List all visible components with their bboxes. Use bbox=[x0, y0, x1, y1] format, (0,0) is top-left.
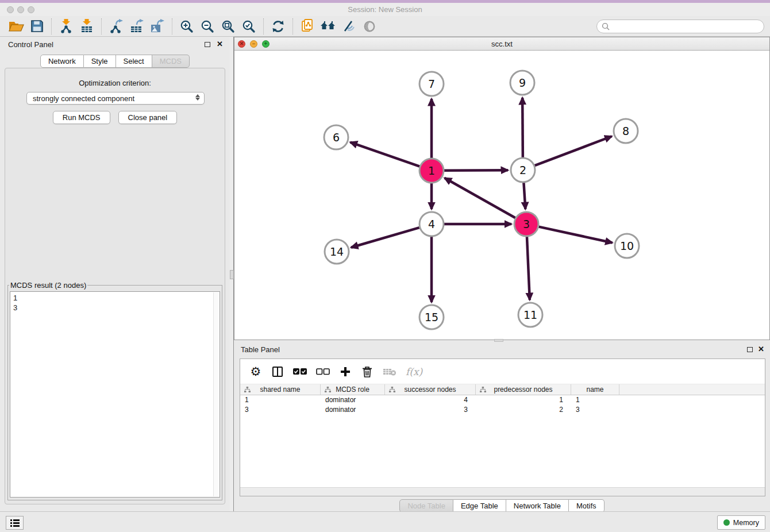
export-network-button[interactable] bbox=[106, 17, 126, 36]
show-graphics-details-button[interactable] bbox=[359, 17, 380, 36]
graph-edge-1-2[interactable] bbox=[444, 170, 508, 171]
delete-column-button[interactable] bbox=[361, 365, 374, 379]
close-panel-icon[interactable]: ✕ bbox=[217, 40, 223, 48]
mcds-result-textarea[interactable]: 13 bbox=[10, 291, 220, 498]
import-network-button[interactable] bbox=[56, 17, 76, 36]
table-row[interactable]: 3dominator323 bbox=[240, 405, 765, 415]
toolbar-separator bbox=[292, 18, 293, 34]
add-column-button[interactable] bbox=[339, 365, 352, 379]
toolbar-separator bbox=[101, 18, 102, 34]
column-header-name[interactable]: name bbox=[571, 384, 619, 395]
tab-style[interactable]: Style bbox=[84, 55, 116, 68]
zoom-fit-button[interactable] bbox=[218, 17, 238, 36]
graph-node-7[interactable]: 7 bbox=[419, 72, 444, 96]
graph-node-9[interactable]: 9 bbox=[510, 71, 534, 95]
import-table-icon bbox=[80, 19, 94, 33]
search-icon bbox=[602, 22, 610, 30]
float-panel-icon[interactable] bbox=[747, 347, 753, 352]
panel-splitter[interactable] bbox=[230, 37, 234, 511]
column-header-shared_name[interactable]: shared name bbox=[240, 384, 321, 395]
graph-node-3[interactable]: 3 bbox=[514, 212, 538, 236]
zoom-in-button[interactable] bbox=[176, 17, 197, 36]
cell-name[interactable]: 1 bbox=[571, 395, 619, 405]
cell-predecessor_nodes[interactable]: 1 bbox=[476, 395, 571, 405]
function-builder-button[interactable]: f(x) bbox=[406, 365, 422, 379]
graph-node-14[interactable]: 14 bbox=[325, 240, 349, 264]
cell-mcds_role[interactable]: dominator bbox=[321, 405, 385, 415]
splitter-grip[interactable] bbox=[230, 270, 234, 279]
cell-successor_nodes[interactable]: 4 bbox=[385, 395, 476, 405]
clone-network-button[interactable] bbox=[297, 17, 318, 36]
cell-predecessor_nodes[interactable]: 2 bbox=[476, 405, 571, 415]
split-panel-icon bbox=[272, 367, 283, 377]
zoom-in-icon bbox=[180, 20, 194, 33]
column-header-mcds_role[interactable]: MCDS role bbox=[321, 384, 385, 395]
network-overview-button[interactable] bbox=[318, 17, 338, 36]
graph-node-2[interactable]: 2 bbox=[511, 158, 535, 182]
run-mcds-button[interactable]: Run MCDS bbox=[53, 111, 110, 124]
column-header-successor_nodes[interactable]: successor nodes bbox=[385, 384, 476, 395]
open-session-button[interactable] bbox=[6, 17, 26, 36]
save-session-button[interactable] bbox=[26, 17, 47, 36]
network-frame-titlebar[interactable]: ✕ − + scc.txt bbox=[234, 37, 769, 51]
search-input[interactable] bbox=[613, 22, 759, 30]
graph-edge-4-14[interactable] bbox=[351, 228, 419, 248]
memory-button[interactable]: Memory bbox=[717, 515, 765, 530]
export-table-button[interactable] bbox=[126, 17, 147, 36]
tab-node-table[interactable]: Node Table bbox=[399, 499, 453, 512]
graph-edge-3-10[interactable] bbox=[538, 227, 612, 243]
close-panel-button[interactable]: Close panel bbox=[118, 111, 178, 124]
split-panel-button[interactable] bbox=[271, 365, 284, 379]
tab-edge-table[interactable]: Edge Table bbox=[453, 499, 506, 512]
select-all-rows-button[interactable] bbox=[293, 365, 307, 379]
task-history-button[interactable] bbox=[6, 516, 24, 530]
table-scrollbar[interactable] bbox=[240, 487, 765, 496]
table-row[interactable]: 1dominator411 bbox=[240, 395, 765, 405]
cell-shared_name[interactable]: 1 bbox=[240, 395, 321, 405]
network-canvas[interactable]: 7968124314101511 bbox=[234, 51, 769, 340]
zoom-selected-button[interactable] bbox=[238, 17, 259, 36]
graph-node-6[interactable]: 6 bbox=[324, 125, 348, 149]
tab-network-table[interactable]: Network Table bbox=[506, 499, 569, 512]
export-image-button[interactable] bbox=[147, 17, 168, 36]
cell-name[interactable]: 3 bbox=[571, 405, 619, 415]
graph-node-1[interactable]: 1 bbox=[419, 159, 444, 183]
graph-edge-1-6[interactable] bbox=[351, 142, 420, 167]
graph-edge-2-3[interactable] bbox=[523, 183, 525, 209]
cell-shared_name[interactable]: 3 bbox=[240, 405, 321, 415]
delete-table-button[interactable] bbox=[383, 365, 396, 379]
tab-mcds[interactable]: MCDS bbox=[152, 55, 190, 68]
column-header-filler bbox=[619, 384, 765, 395]
graph-edge-3-1[interactable] bbox=[445, 178, 515, 218]
graph-node-4[interactable]: 4 bbox=[419, 212, 444, 236]
cell-successor_nodes[interactable]: 3 bbox=[385, 405, 476, 415]
node-label: 1 bbox=[428, 164, 435, 177]
close-panel-icon[interactable]: ✕ bbox=[758, 345, 764, 353]
column-header-predecessor_nodes[interactable]: predecessor nodes bbox=[476, 384, 571, 395]
table-panel-title: Table Panel bbox=[241, 345, 280, 354]
column-header-label: predecessor nodes bbox=[494, 385, 552, 394]
tab-network[interactable]: Network bbox=[40, 55, 84, 68]
graph-edge-2-8[interactable] bbox=[535, 136, 612, 165]
graph-edge-2-9[interactable] bbox=[522, 98, 523, 157]
search-field[interactable] bbox=[596, 20, 764, 33]
float-panel-icon[interactable] bbox=[205, 42, 210, 47]
column-settings-button[interactable]: ⚙ bbox=[249, 365, 262, 379]
cell-mcds_role[interactable]: dominator bbox=[321, 395, 385, 405]
graph-edge-3-11[interactable] bbox=[527, 237, 530, 300]
result-scrollbar[interactable] bbox=[213, 292, 219, 496]
zoom-out-button[interactable] bbox=[197, 17, 218, 36]
apply-layout-button[interactable] bbox=[268, 17, 288, 36]
criterion-select[interactable]: strongly connected component bbox=[26, 92, 205, 105]
node-label: 2 bbox=[519, 164, 526, 176]
tab-motifs[interactable]: Motifs bbox=[569, 499, 605, 512]
graph-node-11[interactable]: 11 bbox=[518, 303, 542, 327]
toolbar-separator bbox=[172, 18, 172, 34]
graph-node-8[interactable]: 8 bbox=[614, 119, 638, 143]
deselect-all-rows-button[interactable] bbox=[316, 365, 330, 379]
graph-node-15[interactable]: 15 bbox=[419, 305, 444, 329]
tab-select[interactable]: Select bbox=[116, 55, 152, 68]
hide-graphics-details-button[interactable] bbox=[338, 17, 359, 36]
graph-node-10[interactable]: 10 bbox=[615, 234, 639, 258]
import-table-button[interactable] bbox=[76, 17, 97, 36]
